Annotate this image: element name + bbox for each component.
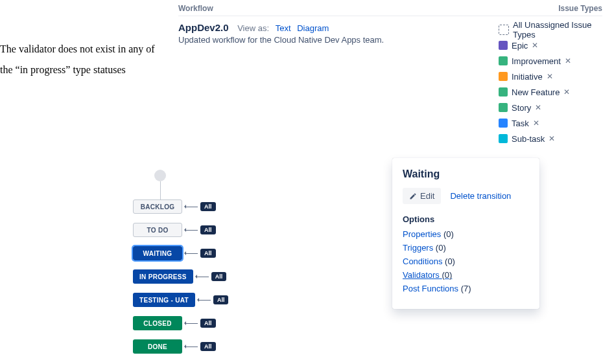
all-transition-badge[interactable]: All [200,319,216,328]
option-label: Conditions [403,256,442,266]
issue-type-sub-task[interactable]: Sub-task✕ [499,131,602,146]
issue-types-header: Issue Types [558,4,602,13]
option-validators[interactable]: Validators (0) [403,270,529,280]
workflow-title-row: AppDev2.0 View as: Text Diagram [178,22,329,33]
issue-type-label: Epic [512,41,528,51]
issue-type-icon [499,134,508,143]
status-row-closed: CLOSEDAll [133,316,228,330]
option-count: (0) [436,243,446,253]
issue-type-label: Initiative [512,72,543,82]
issue-type-icon [499,103,508,112]
status-row-testing---uat: TESTING - UATAll [133,293,228,307]
status-row-backlog: BACKLOGAll [133,199,228,214]
issue-type-initiative[interactable]: Initiative✕ [499,69,602,84]
option-count: (0) [443,229,454,239]
status-row-waiting: WAITINGAll [133,246,228,260]
option-conditions[interactable]: Conditions (0) [403,256,529,266]
remove-issue-type-icon[interactable]: ✕ [549,134,555,143]
transition-arrow [198,300,211,301]
workflow-description: Updated workflow for the Cloud Native De… [178,35,384,45]
issue-type-label: New Feature [512,87,560,97]
issue-type-label: Improvement [512,56,561,66]
view-diagram-link[interactable]: Diagram [297,23,329,33]
status-row-done: DONEAll [133,339,228,354]
remove-issue-type-icon[interactable]: ✕ [547,72,553,81]
workflow-name: AppDev2.0 [178,22,229,33]
remove-issue-type-icon[interactable]: ✕ [533,119,539,128]
remove-issue-type-icon[interactable]: ✕ [532,41,538,50]
option-count: (0) [442,270,452,280]
delete-transition-link[interactable]: Delete transition [450,191,511,201]
issue-type-icon [499,56,508,65]
all-transition-badge[interactable]: All [200,249,216,258]
pencil-icon [409,192,417,200]
option-label: Properties [403,229,441,239]
issue-type-icon [499,87,508,97]
all-transition-badge[interactable]: All [200,342,216,351]
status-done[interactable]: DONE [133,339,182,354]
transition-arrow [185,323,198,324]
options-heading: Options [403,214,529,224]
transition-panel: Waiting Edit Delete transition Options P… [392,158,539,309]
option-post-functions[interactable]: Post Functions (7) [403,284,529,293]
option-label: Triggers [403,243,433,253]
remove-issue-type-icon[interactable]: ✕ [563,87,570,97]
status-closed[interactable]: CLOSED [133,316,182,330]
issue-type-task[interactable]: Task✕ [499,115,602,131]
option-label: Validators [403,270,440,280]
status-testing---uat[interactable]: TESTING - UAT [133,293,195,307]
transition-arrow [185,347,198,347]
transition-arrow [185,253,198,254]
issue-type-label: Sub-task [512,134,545,144]
status-waiting[interactable]: WAITING [133,246,182,260]
view-as-text: View as: [237,23,269,33]
issue-type-all-unassigned-issue-types[interactable]: All Unassigned Issue Types [499,22,602,38]
external-annotation: The validator does not exist in any of t… [0,39,169,80]
option-label: Post Functions [403,284,458,293]
status-row-to-do: TO DOAll [133,223,228,237]
status-to-do[interactable]: TO DO [133,223,182,237]
issue-type-icon [499,41,508,50]
edit-button[interactable]: Edit [403,188,441,204]
transition-arrow [185,230,198,231]
issue-type-icon [499,72,508,81]
issue-type-story[interactable]: Story✕ [499,100,602,115]
all-transition-badge[interactable]: All [213,295,229,304]
workflow-diagram[interactable]: BACKLOGAllTO DOAllWAITINGAllIN PROGRESSA… [133,175,228,338]
issue-type-epic[interactable]: Epic✕ [499,38,602,53]
issue-type-icon [499,25,509,35]
all-transition-badge[interactable]: All [200,225,216,234]
view-as-label: View as: Text Diagram [237,23,329,33]
issue-type-new-feature[interactable]: New Feature✕ [499,84,602,100]
status-in-progress[interactable]: IN PROGRESS [133,269,193,284]
status-backlog[interactable]: BACKLOG [133,199,182,214]
workflow-header: Workflow [178,4,213,13]
status-row-in-progress: IN PROGRESSAll [133,269,228,284]
panel-title: Waiting [403,168,529,180]
issue-type-label: Story [512,103,531,113]
issue-type-label: All Unassigned Issue Types [513,20,602,40]
transition-arrow [185,207,198,207]
remove-issue-type-icon[interactable]: ✕ [565,56,571,65]
all-transition-badge[interactable]: All [200,202,216,211]
issue-type-label: Task [512,119,529,128]
issue-type-improvement[interactable]: Improvement✕ [499,53,602,69]
all-transition-badge[interactable]: All [211,272,227,281]
issue-types-list: All Unassigned Issue TypesEpic✕Improveme… [499,22,602,146]
view-text-link[interactable]: Text [276,23,291,33]
issue-type-icon [499,119,508,128]
option-count: (0) [445,256,455,266]
option-properties[interactable]: Properties (0) [403,229,529,239]
remove-issue-type-icon[interactable]: ✕ [535,103,541,112]
option-count: (7) [461,284,471,293]
transition-arrow [196,277,209,277]
column-headers: Workflow Issue Types [178,4,602,16]
start-node[interactable] [154,170,166,181]
option-triggers[interactable]: Triggers (0) [403,243,529,253]
edit-button-label: Edit [420,191,434,201]
